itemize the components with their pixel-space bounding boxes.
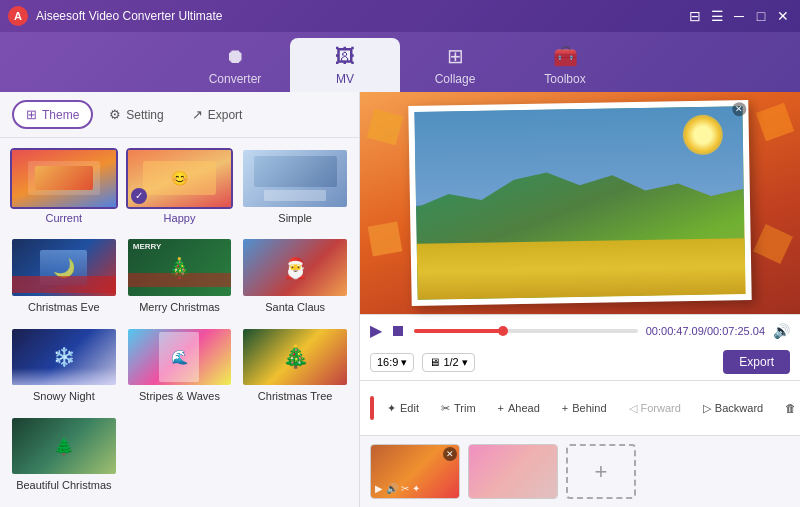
app-logo: A	[8, 6, 28, 26]
theme-grid-icon: ⊞	[26, 107, 37, 122]
theme-item-merry-christmas[interactable]: 🎄 MERRY Merry Christmas	[126, 237, 234, 318]
theme-label-snowy-night: Snowy Night	[33, 390, 95, 402]
trim-button[interactable]: ✂ Trim	[432, 397, 485, 420]
forward-button[interactable]: ◁ Forward	[620, 397, 690, 420]
mv-icon: 🖼	[335, 45, 355, 68]
filmstrip: ✕ ▶ 🔊 ✂ ✦ +	[360, 435, 800, 507]
ahead-plus-icon: +	[498, 402, 504, 414]
theme-item-stripes-waves[interactable]: 🌊 Stripes & Waves	[126, 327, 234, 408]
film-item-1-controls: ▶ 🔊 ✂ ✦	[375, 483, 420, 494]
film-volume-icon: 🔊	[386, 483, 398, 494]
nav-tabs: ⏺ Converter 🖼 MV ⊞ Collage 🧰 Toolbox	[0, 32, 800, 92]
theme-item-santa-claus[interactable]: 🎅 Santa Claus	[241, 237, 349, 318]
theme-label-stripes-waves: Stripes & Waves	[139, 390, 220, 402]
backward-arrow-icon: ▷	[703, 402, 711, 415]
film-item-1-close[interactable]: ✕	[443, 447, 457, 461]
edit-button[interactable]: ✦ Edit	[378, 397, 428, 420]
backward-button[interactable]: ▷ Backward	[694, 397, 772, 420]
aspect-dropdown-icon: ▾	[401, 356, 407, 369]
theme-label-merry-christmas: Merry Christmas	[139, 301, 220, 313]
window-controls: ⊟ ☰ ─ □ ✕	[686, 7, 792, 25]
behind-button[interactable]: + Behind	[553, 397, 616, 419]
tab-mv[interactable]: 🖼 MV	[290, 38, 400, 92]
tab-toolbox-label: Toolbox	[544, 72, 585, 86]
add-dropdown: + Add ▾	[370, 396, 374, 420]
aspect-ratio-select[interactable]: 16:9 ▾	[370, 353, 414, 372]
quality-dropdown-icon: ▾	[462, 356, 468, 369]
corner-fold-bottomleft	[368, 222, 403, 257]
progress-track[interactable]	[414, 329, 638, 333]
ahead-label: Ahead	[508, 402, 540, 414]
toolbox-icon: 🧰	[553, 44, 578, 68]
preview-close-button[interactable]: ✕	[732, 102, 746, 116]
menu-button[interactable]: ☰	[708, 7, 726, 25]
export-arrow-icon: ↗	[192, 107, 203, 122]
backward-label: Backward	[715, 402, 763, 414]
theme-item-beautiful-christmas[interactable]: 🌲 Beautiful Christmas	[10, 416, 118, 497]
maximize-button[interactable]: □	[752, 7, 770, 25]
sub-tab-setting[interactable]: ⚙ Setting	[97, 102, 175, 127]
sub-tabs: ⊞ Theme ⚙ Setting ↗ Export	[0, 92, 359, 138]
theme-thumb-christmas-eve: 🌙	[10, 237, 118, 298]
aspect-value: 16:9	[377, 356, 398, 368]
preview-image	[414, 106, 745, 300]
tab-converter-label: Converter	[209, 72, 262, 86]
volume-icon[interactable]: 🔊	[773, 323, 790, 339]
quality-value: 1/2	[443, 356, 458, 368]
right-panel: ✕ ▶ ⏹ 00:00:47.09/00:07:25.04 🔊 16:9 ▾ 🖥…	[360, 92, 800, 507]
theme-item-christmas-eve[interactable]: 🌙 Christmas Eve	[10, 237, 118, 318]
theme-item-happy[interactable]: 😊 ✓ Happy	[126, 148, 234, 229]
tab-converter[interactable]: ⏺ Converter	[180, 38, 290, 92]
titlebar: A Aiseesoft Video Converter Ultimate ⊟ ☰…	[0, 0, 800, 32]
left-panel: ⊞ Theme ⚙ Setting ↗ Export	[0, 92, 360, 507]
time-display: 00:00:47.09/00:07:25.04	[646, 325, 765, 337]
quality-select[interactable]: 🖥 1/2 ▾	[422, 353, 474, 372]
theme-label-simple: Simple	[278, 212, 312, 224]
theme-item-current[interactable]: Current	[10, 148, 118, 229]
progress-thumb[interactable]	[498, 326, 508, 336]
setting-gear-icon: ⚙	[109, 107, 121, 122]
sub-tab-theme[interactable]: ⊞ Theme	[12, 100, 93, 129]
close-button[interactable]: ✕	[774, 7, 792, 25]
theme-checkmark: ✓	[131, 188, 147, 204]
monitor-icon: 🖥	[429, 356, 440, 368]
preview-field	[417, 238, 746, 300]
ahead-button[interactable]: + Ahead	[489, 397, 549, 419]
theme-thumb-stripes: 🌊	[126, 327, 234, 388]
forward-arrow-icon: ◁	[629, 402, 637, 415]
theme-item-christmas-tree[interactable]: 🎄 Christmas Tree	[241, 327, 349, 408]
sub-tab-theme-label: Theme	[42, 108, 79, 122]
tab-mv-label: MV	[336, 72, 354, 86]
theme-item-snowy-night[interactable]: ❄️ Snowy Night	[10, 327, 118, 408]
theme-thumb-christmas-tree: 🎄	[241, 327, 349, 388]
theme-thumb-santa: 🎅	[241, 237, 349, 298]
behind-plus-icon: +	[562, 402, 568, 414]
film-cut-icon: ✂	[401, 483, 409, 494]
tab-toolbox[interactable]: 🧰 Toolbox	[510, 38, 620, 92]
caption-button[interactable]: ⊟	[686, 7, 704, 25]
converter-icon: ⏺	[225, 45, 245, 68]
film-add-button[interactable]: +	[566, 444, 636, 499]
theme-thumb-snowy: ❄️	[10, 327, 118, 388]
theme-label-santa-claus: Santa Claus	[265, 301, 325, 313]
sub-tab-export-label: Export	[208, 108, 243, 122]
theme-item-simple[interactable]: Simple	[241, 148, 349, 229]
edit-star-icon: ✦	[387, 402, 396, 415]
theme-label-current: Current	[45, 212, 82, 224]
theme-thumb-current	[10, 148, 118, 209]
theme-label-christmas-eve: Christmas Eve	[28, 301, 100, 313]
sub-tab-export[interactable]: ↗ Export	[180, 102, 255, 127]
export-button[interactable]: Export	[723, 350, 790, 374]
add-button[interactable]: + Add	[372, 398, 374, 418]
theme-thumb-happy: 😊 ✓	[126, 148, 234, 209]
film-item-2[interactable]	[468, 444, 558, 499]
empty-button[interactable]: 🗑 🗑 Empty	[776, 391, 800, 425]
stop-button[interactable]: ⏹	[390, 322, 406, 340]
play-button[interactable]: ▶	[370, 321, 382, 340]
minimize-button[interactable]: ─	[730, 7, 748, 25]
film-item-1[interactable]: ✕ ▶ 🔊 ✂ ✦	[370, 444, 460, 499]
tab-collage[interactable]: ⊞ Collage	[400, 38, 510, 92]
behind-label: Behind	[572, 402, 606, 414]
forward-label: Forward	[641, 402, 681, 414]
main-area: ⊞ Theme ⚙ Setting ↗ Export	[0, 92, 800, 507]
